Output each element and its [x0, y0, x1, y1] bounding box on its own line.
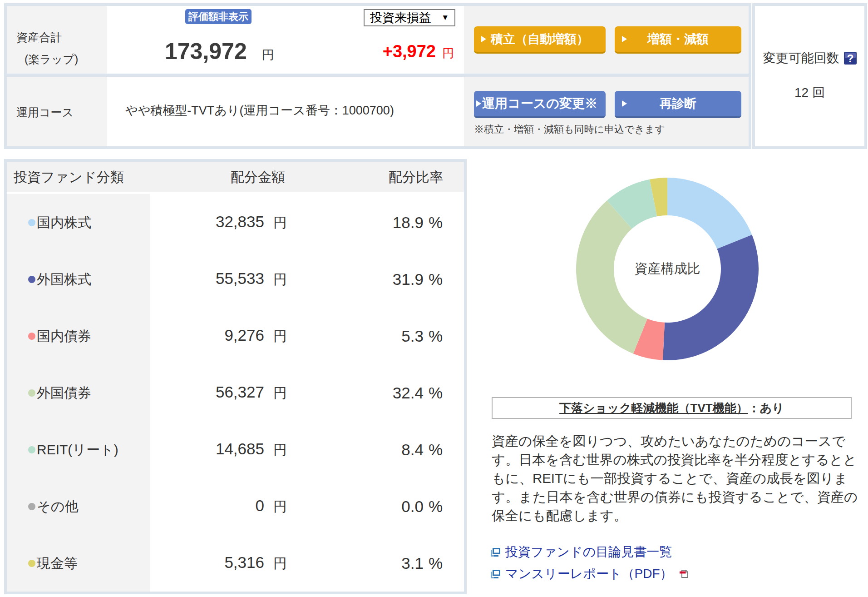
summary-row-divider: [7, 74, 749, 77]
category-label: その他: [37, 497, 78, 516]
button-label: 増額・減額: [647, 32, 709, 46]
allocation-ratio: 5.3%: [401, 327, 443, 345]
amount-unit: 円: [273, 270, 287, 289]
ratio-unit: %: [429, 441, 443, 459]
allocation-table-rows: 国内株式32,835円18.9%外国株式55,533円31.9%国内債券9,27…: [7, 194, 464, 592]
tsumitate-button[interactable]: 積立（自動増額）: [474, 26, 606, 54]
course-description: 資産の保全を図りつつ、攻めたいあなたのためのコースで す。日本を含む世界の株式の…: [492, 432, 868, 525]
allocation-amount: 32,835円: [216, 213, 287, 232]
allocation-ratio: 3.1%: [401, 554, 443, 572]
ratio-value: 5.3: [401, 328, 424, 344]
category-color-dot: [28, 333, 35, 340]
ratio-value: 18.9: [393, 214, 424, 230]
change-count-label-row: 変更可能回数 ?: [755, 50, 864, 67]
allocation-amount: 5,316円: [224, 554, 287, 572]
amount-unit: 円: [273, 327, 287, 345]
header-category: 投資ファンド分類: [14, 162, 124, 192]
new-window-icon: [491, 548, 500, 557]
tvt-feature-status: ：あり: [748, 400, 784, 416]
profit-loss-period-select[interactable]: 投資来損益 ▼: [364, 9, 455, 26]
total-assets-unit: 円: [262, 47, 274, 63]
allocation-amount: 9,276円: [224, 327, 287, 345]
allocation-ratio: 8.4%: [401, 441, 443, 459]
amount-unit: 円: [273, 213, 287, 232]
allocation-ratio: 31.9%: [393, 270, 443, 289]
profit-loss-period-value: 投資来損益: [370, 10, 441, 26]
category-label: REIT(リート): [37, 440, 118, 459]
category-color-dot: [28, 276, 35, 283]
header-ratio: 配分比率: [352, 162, 479, 192]
prospectus-link[interactable]: 投資ファンドの目論見書一覧: [505, 543, 672, 561]
allocation-row-6: その他0円0.0%: [7, 478, 464, 535]
tvt-feature-link[interactable]: 下落ショック軽減機能（TVT機能）: [559, 400, 748, 416]
total-assets-label-line1: 資産合計: [16, 26, 78, 48]
total-assets-label-line2: (楽ラップ): [16, 48, 78, 70]
allocation-row-4: 外国債券56,327円32.4%: [7, 364, 464, 421]
change-count-value: 12 回: [755, 84, 864, 101]
rakuten-wrap-dashboard: 資産合計 (楽ラップ) 評価額非表示 173,972 円 投資来損益 ▼ +3,…: [0, 0, 868, 597]
zougaku-gengaku-button[interactable]: 増額・減額: [615, 26, 741, 54]
course-change-button[interactable]: 運用コースの変更※: [474, 91, 606, 118]
ratio-unit: %: [429, 270, 443, 289]
category-color-dot: [28, 219, 35, 226]
amount-value: 55,533: [216, 270, 264, 286]
ratio-unit: %: [429, 498, 443, 516]
donut-center-label: 資産構成比: [576, 178, 759, 360]
change-count-panel: 変更可能回数 ? 12 回: [752, 3, 867, 149]
help-icon[interactable]: ?: [844, 52, 857, 65]
allocation-table-panel: 投資ファンド分類 配分金額 配分比率 国内株式32,835円18.9%外国株式5…: [4, 159, 467, 594]
asset-composition-chart: 資産構成比: [576, 178, 759, 360]
total-assets-amount: 173,972: [165, 40, 247, 63]
amount-value: 5,316: [224, 554, 264, 570]
allocation-row-7: 現金等5,316円3.1%: [7, 535, 464, 592]
amount-unit: 円: [273, 440, 287, 459]
ratio-unit: %: [429, 384, 443, 402]
profit-loss-unit: 円: [442, 45, 454, 61]
ratio-value: 31.9: [393, 271, 424, 287]
allocation-ratio: 32.4%: [393, 384, 443, 402]
amount-value: 9,276: [224, 327, 264, 343]
category-label: 外国株式: [37, 270, 91, 289]
allocation-amount: 14,685円: [216, 440, 287, 459]
category-color-dot: [28, 560, 35, 567]
allocation-amount: 55,533円: [216, 270, 287, 289]
ratio-value: 0.0: [401, 498, 424, 514]
category-color-dot: [28, 446, 35, 453]
category-color-dot: [28, 503, 35, 510]
category-label: 国内債券: [37, 327, 91, 345]
amount-value: 14,685: [216, 440, 264, 456]
amount-unit: 円: [273, 497, 287, 516]
category-color-dot: [28, 389, 35, 397]
allocation-amount: 56,327円: [216, 383, 287, 402]
monthly-report-link[interactable]: マンスリーレポート（PDF）: [505, 565, 673, 582]
ratio-unit: %: [429, 214, 443, 232]
allocation-row-1: 国内株式32,835円18.9%: [7, 194, 464, 251]
amount-value: 0: [256, 497, 264, 513]
category-label: 国内株式: [37, 213, 91, 232]
pdf-icon: [680, 570, 688, 578]
course-name: やや積極型-TVTあり(運用コース番号：1000700): [125, 104, 394, 117]
amount-value: 56,327: [216, 383, 264, 399]
rediagnosis-button[interactable]: 再診断: [615, 91, 741, 118]
summary-panel: 資産合計 (楽ラップ) 評価額非表示 173,972 円 投資来損益 ▼ +3,…: [4, 3, 751, 149]
button-label: 再診断: [660, 97, 696, 110]
button-arrow-icon: [481, 36, 486, 42]
allocation-ratio: 18.9%: [393, 214, 443, 232]
allocation-amount: 0円: [256, 497, 287, 516]
ratio-unit: %: [429, 327, 443, 345]
amount-unit: 円: [273, 554, 287, 572]
prospectus-link-row: 投資ファンドの目論見書一覧: [491, 543, 672, 561]
button-arrow-icon: [622, 36, 627, 42]
total-assets-label: 資産合計 (楽ラップ): [16, 26, 78, 70]
change-count-label: 変更可能回数: [763, 50, 839, 67]
select-arrow-icon: ▼: [441, 13, 449, 22]
new-window-icon: [491, 570, 500, 578]
allocation-table-header: 投資ファンド分類 配分金額 配分比率: [7, 162, 464, 192]
amount-unit: 円: [273, 383, 287, 402]
hide-valuation-button[interactable]: 評価額非表示: [185, 9, 252, 24]
category-label: 現金等: [37, 554, 78, 572]
allocation-row-5: REIT(リート)14,685円8.4%: [7, 421, 464, 478]
allocation-row-2: 外国株式55,533円31.9%: [7, 251, 464, 308]
monthly-report-link-row: マンスリーレポート（PDF）: [491, 565, 688, 582]
amount-value: 32,835: [216, 213, 264, 229]
